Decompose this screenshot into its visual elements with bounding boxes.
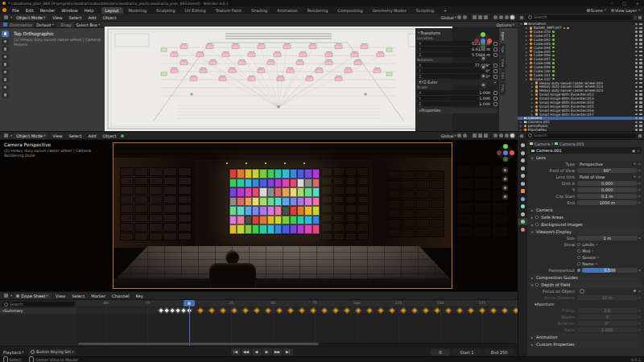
- hide-viewport-icon[interactable]: [635, 78, 638, 80]
- hide-viewport-icon[interactable]: [635, 101, 638, 104]
- blender-menu-icon[interactable]: [2, 8, 6, 12]
- number-field-focus-distance[interactable]: 10 m: [577, 295, 638, 300]
- hide-viewport-icon[interactable]: [635, 97, 638, 100]
- scene-selector[interactable]: Scene ×: [586, 8, 607, 13]
- hide-viewport-icon[interactable]: [635, 51, 638, 53]
- menu-edit[interactable]: Edit: [23, 8, 37, 13]
- lock-icon[interactable]: [493, 102, 497, 106]
- menu-window[interactable]: Window: [58, 8, 80, 13]
- hide-viewport-icon[interactable]: [635, 35, 638, 37]
- menu-render[interactable]: Render: [37, 8, 58, 13]
- panel-header-depth-of-field[interactable]: ▾Depth of Field: [530, 282, 642, 288]
- show-gizmo-icon[interactable]: [473, 15, 477, 19]
- playhead-frame-badge[interactable]: 0: [184, 300, 195, 306]
- n-panel-tab-item[interactable]: Item: [500, 30, 506, 43]
- workspace-tab-texture-paint[interactable]: Texture Paint: [212, 7, 246, 14]
- disable-render-icon[interactable]: [639, 43, 642, 45]
- lock-icon[interactable]: [493, 47, 497, 51]
- properties-tab-world[interactable]: [518, 180, 527, 187]
- workspace-tab-compositing[interactable]: Compositing: [333, 7, 366, 14]
- xray-toggle-icon[interactable]: [484, 134, 488, 138]
- menu-select[interactable]: Select: [66, 134, 85, 138]
- menu-select[interactable]: Select: [68, 294, 88, 298]
- editor-type-icon[interactable]: [4, 15, 8, 19]
- shading-rendered-icon[interactable]: [510, 134, 514, 138]
- number-field-f-stop[interactable]: 2.8: [577, 308, 638, 313]
- hide-viewport-icon[interactable]: [635, 109, 638, 112]
- grid-toggle-icon[interactable]: [481, 82, 486, 88]
- fake-user-icon[interactable]: ▣: [632, 149, 635, 153]
- lock-icon[interactable]: [493, 97, 497, 101]
- disable-render-icon[interactable]: [639, 78, 642, 80]
- number-field-rotation[interactable]: 0°: [577, 321, 638, 326]
- breadcrumb-item-camera-001[interactable]: Camera.001: [559, 142, 584, 146]
- animate-decorator-icon[interactable]: [638, 163, 641, 166]
- workspace-tab-layout[interactable]: Layout: [101, 7, 123, 14]
- menu-help[interactable]: Help: [81, 8, 97, 13]
- hide-viewport-icon[interactable]: [635, 125, 638, 127]
- lock-icon[interactable]: [493, 53, 497, 57]
- workspace-tab-uv-editing[interactable]: UV Editing: [181, 7, 210, 14]
- workspace-tab-sculpting[interactable]: Sculpting: [152, 7, 179, 14]
- disable-render-icon[interactable]: [639, 121, 642, 124]
- disable-render-icon[interactable]: [639, 109, 642, 112]
- checkbox-name[interactable]: [577, 262, 580, 265]
- number-field-field-of-view[interactable]: 60°: [577, 168, 638, 173]
- orientation-dropdown[interactable]: Default▾: [34, 23, 56, 27]
- outliner-search[interactable]: Search: [526, 15, 632, 20]
- summary-keyframes[interactable]: [76, 306, 518, 313]
- disable-render-icon[interactable]: [639, 90, 642, 93]
- camera-view-icon[interactable]: [481, 73, 486, 79]
- panel-header-camera[interactable]: ▸Camera: [530, 207, 642, 213]
- show-gizmo-icon[interactable]: [473, 134, 477, 138]
- summary-channel[interactable]: ▾ Summary: [0, 308, 76, 314]
- animate-decorator-icon[interactable]: [638, 176, 641, 179]
- properties-filter-icon[interactable]: [638, 134, 642, 138]
- lock-icon[interactable]: [493, 64, 497, 68]
- dope-sheet-mode-dropdown[interactable]: Dope Sheet▾: [14, 293, 51, 299]
- hide-viewport-icon[interactable]: [635, 74, 638, 76]
- disable-render-icon[interactable]: [639, 113, 642, 116]
- disable-render-icon[interactable]: [639, 35, 642, 37]
- properties-tab-view-layer[interactable]: [518, 165, 527, 172]
- panel-header-background-images[interactable]: ▸Background Images: [530, 221, 642, 228]
- shading-wireframe-icon[interactable]: [493, 134, 497, 138]
- number-field-y[interactable]: 0.000: [577, 187, 638, 192]
- animate-decorator-icon[interactable]: [638, 323, 641, 325]
- dropdown-type[interactable]: Perspective▾: [577, 162, 638, 167]
- mode-dropdown[interactable]: Object Mode▾: [14, 133, 47, 139]
- hide-viewport-icon[interactable]: [635, 27, 638, 30]
- animate-decorator-icon[interactable]: [638, 189, 641, 191]
- filter-icon[interactable]: ▽: [634, 15, 637, 20]
- transform-orientation-dropdown[interactable]: Global: [441, 134, 454, 138]
- disable-render-icon[interactable]: [639, 86, 642, 88]
- scale-z-field[interactable]: Z1.000: [417, 101, 492, 106]
- playback-menu[interactable]: Playback: [3, 350, 21, 355]
- properties-tab-tool[interactable]: [518, 142, 527, 149]
- panel-header-composition-guides[interactable]: ▸Composition Guides: [530, 274, 642, 281]
- properties-tab-constraints[interactable]: [518, 211, 527, 218]
- properties-tab-object[interactable]: [518, 187, 527, 195]
- properties-tab-physics[interactable]: [518, 203, 527, 210]
- gizmo-z-axis-handle[interactable]: [503, 150, 508, 155]
- properties-tab-scene[interactable]: [518, 172, 527, 179]
- editor-type-icon[interactable]: [4, 134, 8, 138]
- number-field-end[interactable]: 1000 m: [577, 200, 638, 205]
- timeline-scrollbar[interactable]: [78, 343, 516, 346]
- animate-decorator-icon[interactable]: [638, 269, 641, 272]
- properties-tab-modifiers[interactable]: [518, 195, 527, 203]
- snap-magnet-icon[interactable]: [457, 134, 461, 138]
- panel-header-viewport-display[interactable]: ▾Viewport Display: [530, 228, 642, 235]
- menu-file[interactable]: File: [9, 8, 23, 13]
- shading-wireframe-icon[interactable]: [493, 15, 497, 19]
- hide-viewport-icon[interactable]: [635, 47, 638, 49]
- drag-dropdown[interactable]: Select Box▾: [74, 23, 103, 27]
- shading-rendered-icon[interactable]: [510, 15, 514, 19]
- play-reverse-button[interactable]: ◀: [252, 348, 262, 356]
- workspace-tab-shading[interactable]: Shading: [247, 7, 271, 14]
- hide-viewport-icon[interactable]: [635, 117, 638, 120]
- hide-viewport-icon[interactable]: [635, 70, 638, 72]
- xray-toggle-icon[interactable]: [484, 15, 488, 19]
- editor-type-icon[interactable]: [4, 294, 8, 298]
- disable-render-icon[interactable]: [639, 125, 642, 127]
